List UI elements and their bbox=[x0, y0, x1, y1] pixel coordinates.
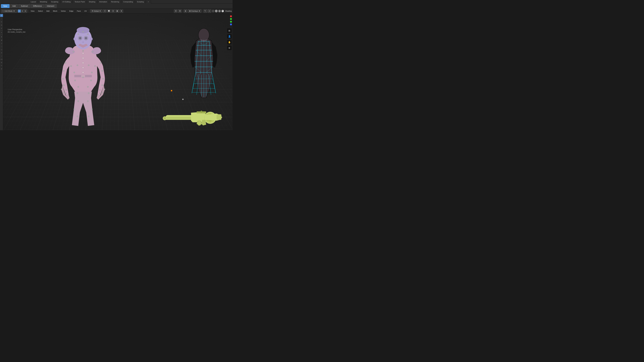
tab-scripting[interactable]: Scripting bbox=[135, 0, 146, 3]
tab-texturepaint[interactable]: Texture Paint bbox=[73, 0, 87, 3]
tab-animation[interactable]: Animation bbox=[98, 0, 109, 3]
material-shading-btn[interactable] bbox=[218, 10, 221, 12]
scale-tool[interactable]: ⊡ bbox=[0, 24, 3, 26]
wireframe-shading-btn[interactable] bbox=[212, 10, 214, 12]
pivot-point-btn[interactable]: ⊙ bbox=[103, 9, 106, 13]
svg-point-34 bbox=[82, 67, 84, 68]
move-tool[interactable]: ↕ bbox=[0, 17, 3, 20]
svg-point-55 bbox=[62, 78, 64, 79]
svg-point-58 bbox=[100, 62, 101, 63]
snap-options-btn[interactable]: ▼ bbox=[111, 9, 115, 13]
snap-btn[interactable]: 🔲 bbox=[107, 9, 111, 13]
subtract-button[interactable]: Subtract bbox=[18, 4, 30, 8]
edge-slide-tool[interactable]: ⟺ bbox=[0, 58, 3, 61]
transform-orientation[interactable]: ⊕ Global ▼ bbox=[90, 9, 102, 13]
add-button[interactable]: Add bbox=[10, 4, 18, 8]
loop-cut-tool[interactable]: ◌ bbox=[0, 45, 3, 48]
rotate-tool[interactable]: ↻ bbox=[0, 20, 3, 23]
tab-sculpting[interactable]: Sculpting bbox=[49, 0, 60, 3]
perspective-label: User Perspective bbox=[8, 28, 26, 31]
knife-tool[interactable]: ✂ bbox=[0, 64, 3, 67]
svg-point-68 bbox=[64, 92, 64, 93]
svg-rect-131 bbox=[216, 114, 221, 120]
tab-rendering[interactable]: Rendering bbox=[109, 0, 121, 3]
secondary-character-model bbox=[183, 26, 224, 100]
edge-menu[interactable]: Edge bbox=[68, 9, 75, 13]
new-button[interactable]: New bbox=[1, 4, 10, 8]
svg-point-43 bbox=[82, 50, 84, 51]
solid-shading-btn[interactable] bbox=[215, 10, 218, 12]
add-menu[interactable]: Add bbox=[45, 9, 51, 13]
viewport-mode-btn[interactable]: ⊞ bbox=[178, 9, 182, 13]
zoom-icon[interactable]: ⊕ bbox=[227, 46, 232, 50]
3d-viewport[interactable]: + User Perspective (0) medic_morphs_low … bbox=[3, 13, 232, 130]
vertex-menu[interactable]: Vertex bbox=[60, 9, 67, 13]
grid-view-icon[interactable]: ⊞ bbox=[227, 28, 232, 33]
svg-point-50 bbox=[90, 80, 92, 81]
tab-compositing[interactable]: Compositing bbox=[121, 0, 135, 3]
tab-shading[interactable]: Shading bbox=[87, 0, 97, 3]
svg-point-49 bbox=[74, 80, 76, 81]
rendered-shading-btn[interactable] bbox=[221, 10, 224, 12]
status-dot-red bbox=[230, 15, 232, 17]
proportional-options-btn[interactable]: ▼ bbox=[120, 9, 123, 13]
xray-btn[interactable]: ⊡ bbox=[208, 9, 211, 13]
overlays-label: Overlays bbox=[191, 10, 198, 12]
svg-point-63 bbox=[77, 93, 78, 94]
transform-tool[interactable]: ✛ bbox=[0, 27, 3, 30]
editor-type-btn[interactable]: ✎ bbox=[204, 9, 207, 13]
uv-menu[interactable]: UV bbox=[83, 9, 88, 13]
svg-point-65 bbox=[78, 100, 79, 102]
annotate-tool[interactable]: ✎ bbox=[0, 31, 3, 34]
view-menu[interactable]: View bbox=[29, 9, 36, 13]
svg-point-32 bbox=[82, 57, 84, 59]
bevel-tool[interactable]: ◇ bbox=[0, 42, 3, 45]
tab-modeling[interactable]: Modeling bbox=[38, 0, 49, 3]
left-toolbar: ⊹ ↕ ↻ ⊡ ✛ ✎ ⬆ ◈ ◇ ◌ ⬡ ↺ ≈ ⟺ ◎ ✂ ⊘ bbox=[0, 13, 3, 130]
svg-point-72 bbox=[102, 92, 103, 93]
svg-point-47 bbox=[88, 65, 89, 66]
scene-shading-btn[interactable]: ◈ bbox=[184, 9, 187, 13]
shading-controls: ⊟ ⊞ ◈ ◑ Overlays ▼ ✎ ⊡ Shading bbox=[174, 9, 232, 13]
smooth-tool[interactable]: ≈ bbox=[0, 54, 3, 57]
svg-point-41 bbox=[73, 51, 74, 52]
mode-cube-icon: ⬛ bbox=[2, 10, 4, 12]
select-menu[interactable]: Select bbox=[36, 9, 44, 13]
difference-button[interactable]: Difference bbox=[31, 4, 44, 8]
inset-tool[interactable]: ◈ bbox=[0, 39, 3, 41]
edge-select-icon[interactable]: ⊟ bbox=[21, 9, 24, 12]
vertex-select-icon[interactable]: ⊡ bbox=[18, 9, 21, 12]
tab-layout[interactable]: Layout bbox=[29, 0, 38, 3]
svg-point-33 bbox=[82, 62, 84, 64]
svg-point-28 bbox=[74, 37, 76, 40]
svg-point-40 bbox=[82, 31, 84, 32]
viewport-select-btn[interactable]: ⊟ bbox=[174, 9, 178, 13]
tab-uvediting[interactable]: UV Editing bbox=[60, 0, 73, 3]
bisect-tool[interactable]: ⊘ bbox=[0, 67, 3, 70]
camera-persp-icon[interactable]: 👤 bbox=[227, 34, 232, 39]
mode-selector[interactable]: ⬛ Edit Mode ▼ bbox=[1, 9, 17, 13]
poly-build-tool[interactable]: ⬡ bbox=[0, 48, 3, 51]
proportional-btn[interactable]: ◉ bbox=[116, 9, 119, 13]
overlays-icon: ◑ bbox=[189, 10, 190, 12]
spin-tool[interactable]: ↺ bbox=[0, 51, 3, 54]
mesh-menu[interactable]: Mesh bbox=[52, 9, 59, 13]
svg-point-29 bbox=[90, 37, 93, 40]
shrink-tool[interactable]: ◎ bbox=[0, 61, 3, 64]
overlays-btn[interactable]: ◑ Overlays ▼ bbox=[188, 9, 201, 13]
status-indicator bbox=[230, 15, 232, 25]
extrude-tool[interactable]: ⬆ bbox=[0, 35, 3, 38]
pan-icon[interactable]: ✋ bbox=[227, 40, 232, 44]
status-dot-blue bbox=[230, 23, 232, 25]
face-menu[interactable]: Face bbox=[76, 9, 82, 13]
cursor-tool[interactable]: ⊹ bbox=[0, 14, 3, 17]
svg-point-57 bbox=[66, 89, 67, 91]
svg-point-26 bbox=[85, 37, 87, 39]
svg-point-35 bbox=[82, 72, 84, 73]
shading-label: Shading bbox=[225, 10, 232, 12]
intersect-button[interactable]: Intersect bbox=[44, 4, 57, 8]
top-menu-bar: Layout Modeling Sculpting UV Editing Tex… bbox=[0, 0, 232, 3]
tab-add[interactable]: + bbox=[146, 0, 151, 3]
svg-point-59 bbox=[102, 70, 103, 71]
face-select-icon[interactable]: ⊞ bbox=[24, 9, 27, 12]
